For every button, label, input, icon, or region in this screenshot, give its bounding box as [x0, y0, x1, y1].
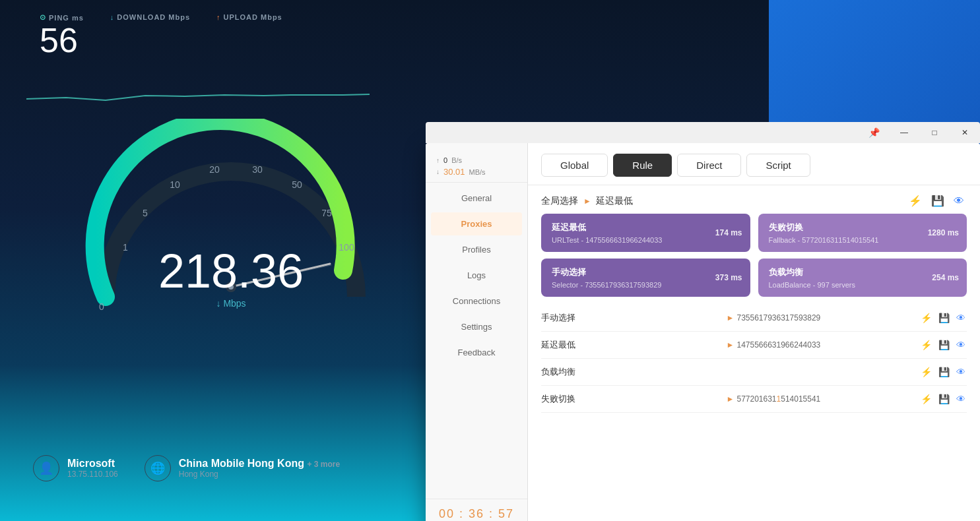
- loadbalance-eye[interactable]: 👁: [955, 365, 967, 379]
- download-stat: ↓ 30.01 MB/s: [436, 167, 517, 177]
- manual-lightning[interactable]: ⚡: [919, 311, 933, 324]
- ping-metric: ⊙ PING ms 56: [40, 13, 84, 57]
- svg-text:20: 20: [209, 164, 220, 175]
- location-name: China Mobile Hong Kong + 3 more: [179, 458, 340, 470]
- speed-readout: 218.36 ↓ Mbps: [33, 244, 429, 309]
- selector-latency: 373 ms: [715, 273, 742, 282]
- loadbalance-group-name: 负载均衡: [541, 366, 667, 378]
- fallback-arrow: ►: [727, 394, 735, 404]
- manual-group-name: 手动选择: [541, 312, 724, 324]
- proxy-groups-list: 手动选择 ► 7355617936317593829 ⚡ 💾 👁 延迟最低 ► …: [528, 305, 980, 521]
- mode-direct-button[interactable]: Direct: [677, 154, 741, 177]
- selector-name: 手动选择: [552, 266, 740, 278]
- fallback-actions: ⚡ 💾 👁: [919, 392, 967, 406]
- server-name: Microsoft: [67, 458, 118, 470]
- download-value: 30.01: [443, 167, 465, 177]
- sidebar-item-profiles[interactable]: Profiles: [431, 238, 522, 261]
- upload-metric: ↑ UPLOAD Mbps: [216, 13, 282, 21]
- latency-eye[interactable]: 👁: [955, 338, 967, 352]
- selector-sub: Selector - 7355617936317593829: [552, 281, 684, 289]
- download-icon: ↓: [110, 13, 115, 21]
- sidebar-bottom: 00 : 36 : 57 Connected: [426, 499, 527, 521]
- speed-number: 218.36: [33, 244, 429, 298]
- manual-save[interactable]: 💾: [937, 311, 951, 324]
- download-unit: MB/s: [469, 168, 486, 176]
- global-group-actions: ⚡ 💾 👁: [906, 193, 967, 208]
- manual-selected: 7355617936317593829: [736, 313, 919, 322]
- svg-text:5: 5: [143, 208, 148, 218]
- sidebar-item-settings[interactable]: Settings: [431, 315, 522, 338]
- loadbalance-sub: LoadBalance - 997 servers: [769, 281, 901, 289]
- svg-text:50: 50: [292, 179, 302, 190]
- proxy-group-row-fallback: 失败切换 ► 5772016311514015541 ⚡ 💾 👁: [541, 386, 967, 413]
- urltest-latency: 174 ms: [715, 228, 742, 237]
- speed-down-icon: ↓: [216, 298, 220, 309]
- upload-unit: B/s: [451, 156, 462, 164]
- mode-rule-button[interactable]: Rule: [613, 154, 672, 177]
- proxy-card-urltest[interactable]: 延迟最低 URLTest - 14755666319662440​33 174 …: [541, 214, 750, 252]
- server-block-location: 🌐 China Mobile Hong Kong + 3 more Hong K…: [145, 455, 340, 481]
- maximize-button[interactable]: □: [919, 122, 950, 143]
- fallback-eye[interactable]: 👁: [955, 392, 967, 406]
- clash-main: Global Rule Direct Script 全局选择 ► 延迟最低 ⚡ …: [528, 143, 980, 521]
- latency-selected: 1475566631966244033: [736, 340, 919, 350]
- close-button[interactable]: ✕: [950, 122, 980, 143]
- proxy-group-row-manual: 手动选择 ► 7355617936317593829 ⚡ 💾 👁: [541, 305, 967, 332]
- mode-script-button[interactable]: Script: [746, 154, 810, 177]
- clash-panel: ↑ 0 B/s ↓ 30.01 MB/s General Proxies Pro…: [426, 143, 980, 521]
- upload-arrow: ↑: [436, 157, 440, 164]
- latency-lightning[interactable]: ⚡: [919, 338, 933, 352]
- proxy-group-row-loadbalance: 负载均衡 ⚡ 💾 👁: [541, 359, 967, 386]
- svg-text:75: 75: [321, 208, 332, 218]
- download-metric: ↓ DOWNLOAD Mbps: [110, 13, 190, 21]
- location-globe-icon: 🌐: [145, 455, 171, 481]
- latency-save[interactable]: 💾: [937, 338, 951, 352]
- urltest-name: 延迟最低: [552, 222, 740, 233]
- fallback-lightning[interactable]: ⚡: [919, 392, 933, 406]
- latency-actions: ⚡ 💾 👁: [919, 338, 967, 352]
- loadbalance-name: 负载均衡: [769, 266, 957, 278]
- sidebar-item-proxies[interactable]: Proxies: [431, 212, 522, 235]
- fallback-sub: Fallback - 5772016311514015541: [769, 236, 901, 244]
- upload-stat: ↑ 0 B/s: [436, 156, 517, 164]
- lightning-button[interactable]: ⚡: [906, 193, 925, 208]
- svg-text:10: 10: [170, 179, 180, 190]
- fallback-save[interactable]: 💾: [937, 392, 951, 406]
- mode-buttons-bar: Global Rule Direct Script: [528, 143, 980, 185]
- location-city: Hong Kong: [179, 470, 340, 479]
- window-titlebar: 📌 — □ ✕: [426, 122, 980, 143]
- timer-display: 00 : 36 : 57: [436, 507, 517, 521]
- loadbalance-lightning[interactable]: ⚡: [919, 365, 933, 379]
- proxy-card-loadbalance[interactable]: 负载均衡 LoadBalance - 997 servers 254 ms: [758, 259, 967, 297]
- proxy-cards-row1: 延迟最低 URLTest - 14755666319662440​33 174 …: [541, 214, 967, 252]
- loadbalance-save[interactable]: 💾: [937, 365, 951, 379]
- sidebar-item-logs[interactable]: Logs: [431, 264, 522, 287]
- loadbalance-actions: ⚡ 💾 👁: [919, 365, 967, 379]
- eye-button-global[interactable]: 👁: [951, 193, 967, 208]
- proxy-cards-container: 延迟最低 URLTest - 14755666319662440​33 174 …: [528, 214, 980, 305]
- save-button-global[interactable]: 💾: [929, 193, 947, 208]
- fallback-latency: 1280 ms: [928, 228, 959, 237]
- proxy-card-selector[interactable]: 手动选择 Selector - 7355617936317593829 373 …: [541, 259, 750, 297]
- manual-actions: ⚡ 💾 👁: [919, 311, 967, 324]
- sidebar-stats: ↑ 0 B/s ↓ 30.01 MB/s: [426, 148, 527, 183]
- minimize-button[interactable]: —: [889, 122, 919, 143]
- pin-button[interactable]: 📌: [859, 122, 889, 143]
- speedometer: 0 1 5 10 20 30 50 75 100: [33, 99, 429, 350]
- latency-arrow: ►: [727, 340, 735, 350]
- svg-text:30: 30: [252, 164, 263, 175]
- mode-global-button[interactable]: Global: [541, 154, 608, 177]
- latency-group-name: 延迟最低: [541, 339, 724, 351]
- manual-arrow: ►: [727, 313, 735, 322]
- global-group-title: 全局选择 ► 延迟最低: [541, 195, 633, 207]
- clash-sidebar: ↑ 0 B/s ↓ 30.01 MB/s General Proxies Pro…: [426, 143, 528, 521]
- sidebar-item-general[interactable]: General: [431, 187, 522, 210]
- upload-icon: ↑: [216, 13, 221, 21]
- sidebar-item-connections[interactable]: Connections: [431, 290, 522, 313]
- proxy-card-fallback[interactable]: 失败切换 Fallback - 5772016311514015541 1280…: [758, 214, 967, 252]
- sidebar-item-feedback[interactable]: Feedback: [431, 341, 522, 364]
- server-info: 👤 Microsoft 13.75.110.106 🌐 China Mobile…: [33, 455, 429, 481]
- manual-eye[interactable]: 👁: [955, 311, 967, 324]
- fallback-group-name: 失败切换: [541, 393, 724, 405]
- proxy-cards-row2: 手动选择 Selector - 7355617936317593829 373 …: [541, 259, 967, 297]
